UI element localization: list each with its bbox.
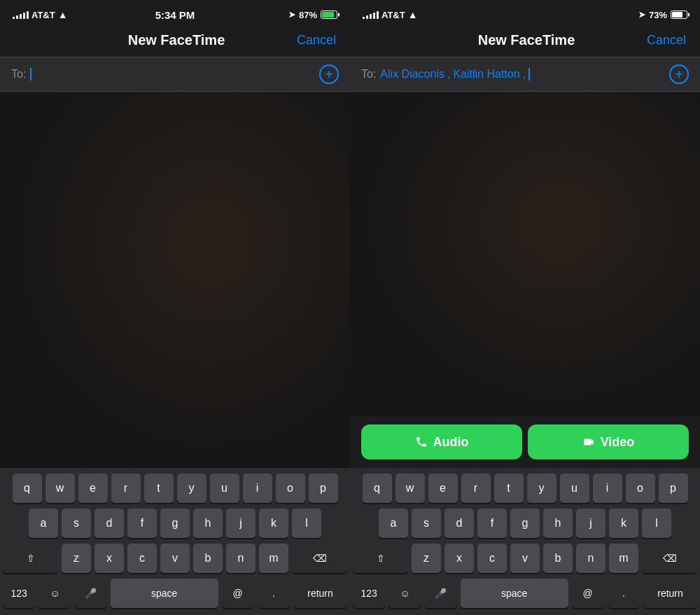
key-x-2[interactable]: x: [444, 544, 474, 573]
key-o[interactable]: o: [276, 474, 305, 503]
to-input-2[interactable]: Alix Diaconis , Kaitlin Hatton ,: [380, 68, 664, 81]
page-title-1: New FaceTime: [56, 32, 297, 48]
key-p[interactable]: p: [309, 474, 338, 503]
add-recipient-button-1[interactable]: +: [319, 64, 339, 84]
key-n-2[interactable]: n: [576, 544, 606, 573]
signal-bar: [27, 11, 29, 19]
dot-key-2[interactable]: .: [608, 579, 640, 608]
emoji-key-2[interactable]: ☺: [388, 579, 421, 608]
signal-bar: [13, 17, 15, 19]
key-y[interactable]: y: [177, 474, 206, 503]
cancel-button-1[interactable]: Cancel: [297, 33, 336, 48]
return-key[interactable]: return: [293, 579, 347, 608]
key-f[interactable]: f: [127, 509, 157, 538]
key-a[interactable]: a: [29, 509, 58, 538]
key-g-2[interactable]: g: [510, 509, 540, 538]
add-recipient-button-2[interactable]: +: [669, 64, 689, 84]
to-field-1[interactable]: To: +: [0, 57, 350, 92]
key-v-2[interactable]: v: [510, 544, 540, 573]
to-field-2[interactable]: To: Alix Diaconis , Kaitlin Hatton , +: [350, 57, 700, 92]
key-s[interactable]: s: [62, 509, 91, 538]
shift-key[interactable]: ⇧: [3, 544, 58, 573]
mic-key[interactable]: 🎤: [74, 579, 106, 608]
keyboard-2: q w e r t y u i o p a s d f g h j k l ⇧ …: [350, 468, 700, 615]
recipient-chip-1: Alix Diaconis: [380, 68, 444, 81]
key-a-2[interactable]: a: [379, 509, 408, 538]
key-j-2[interactable]: j: [576, 509, 606, 538]
key-b-2[interactable]: b: [543, 544, 573, 573]
key-j[interactable]: j: [226, 509, 255, 538]
key-o-2[interactable]: o: [626, 474, 655, 503]
key-r-2[interactable]: r: [461, 474, 491, 503]
key-h-2[interactable]: h: [543, 509, 573, 538]
return-key-2[interactable]: return: [643, 579, 697, 608]
at-key[interactable]: @: [222, 579, 254, 608]
audio-button[interactable]: Audio: [361, 424, 522, 459]
content-area-2: [350, 92, 700, 416]
key-x[interactable]: x: [94, 544, 124, 573]
space-key[interactable]: space: [111, 579, 218, 608]
wifi-icon-2: ▲: [408, 9, 418, 20]
key-y-2[interactable]: y: [527, 474, 556, 503]
delete-key[interactable]: ⌫: [292, 544, 347, 573]
key-t[interactable]: t: [144, 474, 174, 503]
key-h[interactable]: h: [193, 509, 223, 538]
keyboard-row-1: q w e r t y u i o p: [3, 474, 347, 503]
key-p-2[interactable]: p: [659, 474, 688, 503]
key-l-2[interactable]: l: [642, 509, 671, 538]
key-c-2[interactable]: c: [477, 544, 507, 573]
key-f-2[interactable]: f: [477, 509, 507, 538]
key-d-2[interactable]: d: [444, 509, 474, 538]
carrier-label-2: AT&T: [382, 10, 405, 20]
key-b[interactable]: b: [193, 544, 223, 573]
key-k[interactable]: k: [259, 509, 288, 538]
key-t-2[interactable]: t: [494, 474, 524, 503]
key-w[interactable]: w: [46, 474, 75, 503]
key-v[interactable]: v: [160, 544, 190, 573]
numbers-key[interactable]: 123: [3, 579, 35, 608]
key-r[interactable]: r: [111, 474, 141, 503]
key-w-2[interactable]: w: [396, 474, 425, 503]
key-l[interactable]: l: [292, 509, 321, 538]
carrier-label-1: AT&T: [31, 10, 55, 20]
key-u[interactable]: u: [210, 474, 239, 503]
status-bar-2: AT&T ▲ ➤ 73% 12:46 PM: [350, 0, 700, 27]
key-m-2[interactable]: m: [609, 544, 638, 573]
content-area-1: [0, 92, 350, 468]
key-e-2[interactable]: e: [428, 474, 458, 503]
mic-key-2[interactable]: 🎤: [424, 579, 456, 608]
key-c[interactable]: c: [127, 544, 157, 573]
space-key-2[interactable]: space: [461, 579, 568, 608]
shift-key-2[interactable]: ⇧: [353, 544, 408, 573]
key-g[interactable]: g: [160, 509, 190, 538]
key-i-2[interactable]: i: [593, 474, 622, 503]
emoji-key[interactable]: ☺: [38, 579, 71, 608]
key-q-2[interactable]: q: [363, 474, 392, 503]
key-z[interactable]: z: [62, 544, 91, 573]
text-cursor-2: [528, 68, 530, 81]
phone-icon: [415, 436, 428, 448]
dot-key[interactable]: .: [258, 579, 290, 608]
key-k-2[interactable]: k: [609, 509, 638, 538]
at-key-2[interactable]: @: [572, 579, 604, 608]
key-u-2[interactable]: u: [560, 474, 589, 503]
key-d[interactable]: d: [94, 509, 124, 538]
delete-key-2[interactable]: ⌫: [642, 544, 697, 573]
battery-icon-1: [321, 11, 337, 19]
key-e[interactable]: e: [78, 474, 108, 503]
key-m[interactable]: m: [259, 544, 288, 573]
status-left-1: AT&T ▲: [13, 9, 68, 20]
status-right-1: ➤ 87%: [288, 10, 337, 20]
key-q[interactable]: q: [13, 474, 42, 503]
signal-bar: [370, 14, 372, 19]
keyboard-row-4-s2: 123 ☺ 🎤 space @ . return: [353, 579, 697, 608]
key-i[interactable]: i: [243, 474, 272, 503]
key-n[interactable]: n: [226, 544, 255, 573]
to-input-1[interactable]: [30, 68, 314, 81]
numbers-key-2[interactable]: 123: [353, 579, 385, 608]
cancel-button-2[interactable]: Cancel: [647, 33, 686, 48]
key-z-2[interactable]: z: [412, 544, 441, 573]
video-button[interactable]: Video: [528, 424, 689, 459]
key-s-2[interactable]: s: [412, 509, 441, 538]
to-label-2: To:: [361, 68, 376, 81]
